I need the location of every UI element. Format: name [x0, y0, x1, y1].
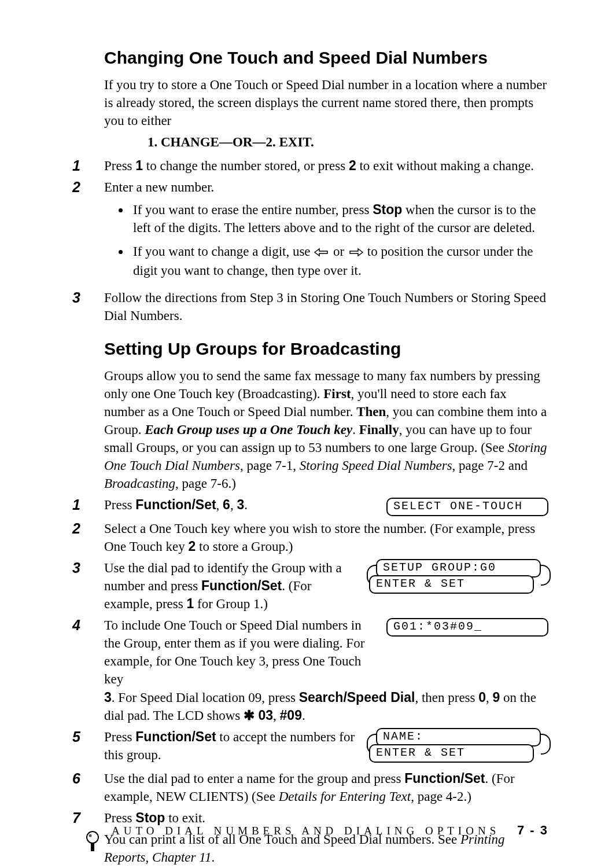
step-number: 4	[72, 616, 104, 634]
step-body: Press Function/Set, 6, 3. SELECT ONE-TOU…	[104, 496, 548, 516]
svg-point-0	[87, 832, 98, 843]
step-number: 6	[72, 770, 104, 787]
step-number: 5	[72, 728, 104, 745]
step-body: Select a One Touch key where you wish to…	[104, 520, 548, 556]
bracket-icon	[541, 734, 551, 755]
svg-point-1	[89, 834, 92, 837]
step-number: 1	[72, 496, 104, 513]
lcd-display: ENTER & SET	[369, 575, 534, 594]
step-body: Press Function/Set to accept the numbers…	[104, 728, 548, 766]
footer-title: AUTO DIAL NUMBERS AND DIALING OPTIONS	[112, 825, 500, 837]
step-number: 1	[72, 157, 104, 174]
step-number: 3	[72, 289, 104, 306]
step-number: 3	[72, 559, 104, 576]
sub-bullets: If you want to erase the entire number, …	[130, 201, 548, 279]
heading-changing: Changing One Touch and Speed Dial Number…	[104, 46, 548, 70]
lcd-display: G01:*03#09_	[386, 618, 548, 637]
heading-groups: Setting Up Groups for Broadcasting	[104, 337, 548, 361]
prompt-options: 1. CHANGE—OR—2. EXIT.	[148, 133, 548, 151]
manual-page: Changing One Touch and Speed Dial Number…	[0, 0, 612, 868]
step-number: 7	[72, 809, 104, 826]
step-body: Follow the directions from Step 3 in Sto…	[104, 289, 548, 325]
page-number: 7 - 3	[517, 823, 548, 837]
lcd-display: NAME:	[376, 728, 541, 746]
left-arrow-icon	[314, 244, 330, 262]
step-number: 2	[72, 520, 104, 537]
lcd-stack: NAME: ENTER & SET	[369, 728, 548, 766]
svg-rect-2	[91, 843, 94, 851]
steps-list-1: 1 Press 1 to change the number stored, o…	[72, 157, 548, 325]
step-body: Use the dial pad to identify the Group w…	[104, 559, 548, 613]
right-arrow-icon	[348, 244, 364, 262]
lightbulb-icon	[81, 830, 104, 854]
step-body: Use the dial pad to enter a name for the…	[104, 770, 548, 806]
steps-list-2: 1 Press Function/Set, 6, 3. SELECT ONE-T…	[72, 496, 548, 827]
step-number: 2	[72, 178, 104, 196]
step-body: To include One Touch or Speed Dial numbe…	[104, 616, 548, 724]
page-footer: AUTO DIAL NUMBERS AND DIALING OPTIONS 7 …	[112, 822, 548, 839]
lcd-stack: SETUP GROUP:G0 ENTER & SET	[369, 559, 548, 597]
lcd-display: SELECT ONE-TOUCH	[386, 498, 548, 516]
bracket-icon	[541, 565, 551, 586]
step-body: Enter a new number. If you want to erase…	[104, 178, 548, 285]
lcd-display: ENTER & SET	[369, 744, 534, 763]
intro-text-2: Groups allow you to send the same fax me…	[104, 367, 548, 492]
intro-text-1: If you try to store a One Touch or Speed…	[104, 76, 548, 130]
step-body: Press 1 to change the number stored, or …	[104, 157, 548, 175]
